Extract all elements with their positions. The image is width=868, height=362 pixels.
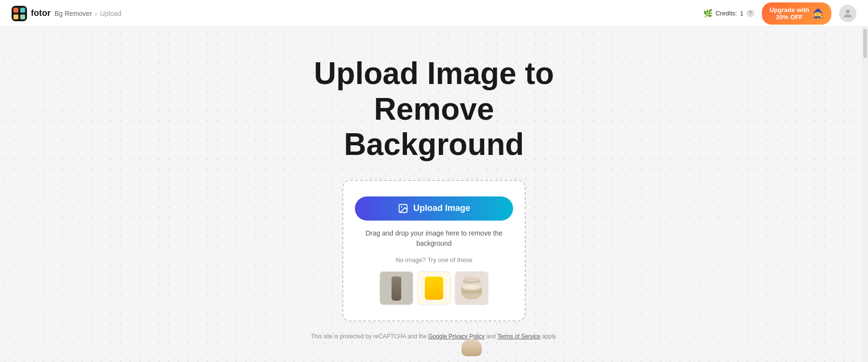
terms-of-service-link[interactable]: Terms of Service (497, 333, 540, 340)
upgrade-text: Upgrade with 20% OFF (770, 6, 809, 21)
fotor-logo[interactable]: fotor (12, 6, 51, 21)
main-content: Upload Image to Remove Background Upload… (0, 27, 868, 362)
sample-image-3[interactable] (455, 271, 488, 305)
upload-drop-zone[interactable]: Upload Image Drag and drop your image he… (342, 180, 526, 321)
sample-images-label: No image? Try one of these (395, 256, 473, 264)
svg-rect-10 (393, 277, 399, 279)
credits-value: 1 (740, 10, 743, 17)
svg-point-6 (401, 206, 402, 208)
svg-text:oat: oat (432, 285, 436, 288)
page-title: Upload Image to Remove Background (265, 56, 603, 163)
svg-text:gel: gel (433, 291, 435, 293)
upgrade-button[interactable]: Upgrade with 20% OFF 🧙 (762, 2, 831, 25)
header: fotor Bg Remover › Upload 🌿 Credits: 1 ?… (0, 0, 868, 27)
breadcrumb-upload: Upload (100, 10, 121, 17)
header-right: 🌿 Credits: 1 ? Upgrade with 20% OFF 🧙 (703, 2, 856, 25)
header-left: fotor Bg Remover › Upload (12, 6, 122, 21)
svg-text:milk: milk (432, 288, 436, 291)
svg-rect-2 (20, 8, 25, 13)
svg-point-29 (463, 277, 480, 281)
svg-rect-7 (380, 272, 413, 305)
header-breadcrumb: Bg Remover › Upload (54, 10, 122, 17)
svg-rect-17 (425, 278, 443, 283)
user-icon (843, 9, 853, 18)
upload-icon (398, 203, 408, 214)
svg-rect-18 (427, 283, 441, 293)
credits-badge: 🌿 Credits: 1 ? (703, 9, 754, 18)
fotor-logo-text: fotor (31, 8, 51, 18)
footer-recaptcha: This site is protected by reCAPTCHA and … (311, 333, 557, 340)
witch-icon: 🧙 (813, 8, 824, 19)
credits-label: Credits: (716, 10, 737, 17)
breadcrumb-app-name: Bg Remover (54, 10, 92, 17)
breadcrumb-separator: › (95, 10, 97, 17)
svg-point-26 (463, 284, 480, 289)
fotor-logo-icon (12, 6, 27, 21)
leaf-icon: 🌿 (703, 9, 713, 18)
upload-button-label: Upload Image (413, 203, 470, 213)
credits-help-button[interactable]: ? (746, 10, 754, 17)
svg-rect-4 (20, 14, 25, 19)
scrollbar-track[interactable] (862, 27, 868, 362)
svg-rect-11 (393, 283, 400, 292)
user-avatar[interactable] (839, 5, 856, 22)
drag-drop-text: Drag and drop your image here to remove … (366, 228, 502, 249)
privacy-policy-link[interactable]: Google Privacy Policy (428, 333, 485, 340)
sample-image-1[interactable] (380, 271, 413, 305)
svg-rect-1 (14, 8, 18, 13)
sample-images-row: oat milk gel (380, 271, 488, 305)
svg-rect-15 (418, 272, 450, 305)
svg-rect-9 (393, 276, 399, 281)
svg-rect-3 (14, 14, 18, 19)
sample-image-2[interactable]: oat milk gel (417, 271, 451, 305)
scrollbar-thumb[interactable] (863, 29, 867, 58)
svg-rect-16 (425, 280, 443, 299)
svg-rect-8 (392, 278, 400, 297)
upload-image-button[interactable]: Upload Image (355, 196, 513, 221)
